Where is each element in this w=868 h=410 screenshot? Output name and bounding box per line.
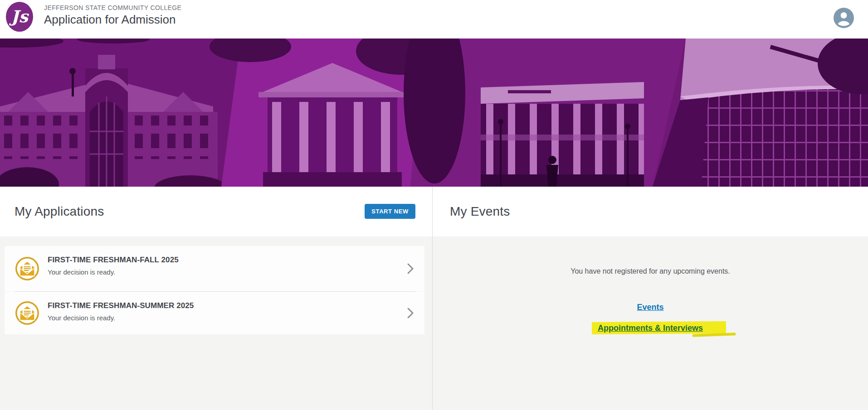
my-applications-section: My Applications START NEW FIRST (0, 187, 432, 410)
applications-heading: My Applications (0, 204, 104, 219)
campus-collage-image (0, 39, 868, 187)
events-header-band: My Events (433, 187, 868, 236)
events-heading: My Events (433, 204, 510, 219)
logo-monogram: Js (9, 7, 29, 26)
application-title: FIRST-TIME FRESHMAN-SUMMER 2025 (48, 301, 424, 310)
application-row-text: FIRST-TIME FRESHMAN-SUMMER 2025 Your dec… (5, 292, 424, 322)
events-link[interactable]: Events (637, 303, 663, 312)
decision-envelope-icon (15, 256, 39, 281)
application-row-text: FIRST-TIME FRESHMAN-FALL 2025 Your decis… (5, 246, 424, 276)
chevron-right-icon (407, 307, 414, 319)
account-menu-button[interactable] (834, 8, 854, 28)
chevron-right-icon (407, 263, 414, 275)
applications-list: FIRST-TIME FRESHMAN-FALL 2025 Your decis… (5, 246, 424, 334)
appointments-link-row: Appointments & Interviews (433, 323, 868, 333)
column-divider (432, 187, 433, 410)
account-avatar-icon (834, 8, 854, 28)
my-events-section: My Events You have not registered for an… (433, 187, 868, 410)
application-row-summer-2025[interactable]: FIRST-TIME FRESHMAN-SUMMER 2025 Your dec… (5, 292, 424, 334)
application-title: FIRST-TIME FRESHMAN-FALL 2025 (48, 256, 424, 265)
page-title: Application for Admission (44, 13, 181, 27)
applications-header-band: My Applications START NEW (0, 187, 432, 236)
events-empty-message: You have not registered for any upcoming… (433, 267, 868, 275)
decision-envelope-icon (15, 301, 39, 325)
application-status: Your decision is ready. (48, 314, 424, 322)
school-name: JEFFERSON STATE COMMUNITY COLLEGE (44, 4, 181, 11)
campus-hero-banner (0, 39, 868, 187)
application-status: Your decision is ready. (48, 268, 424, 276)
school-logo: Js (5, 1, 34, 32)
dashboard-content: My Applications START NEW FIRST (0, 187, 868, 410)
start-new-button[interactable]: START NEW (365, 204, 415, 219)
appointments-interviews-link[interactable]: Appointments & Interviews (598, 323, 703, 333)
highlight-annotation-wrap: Appointments & Interviews (598, 323, 703, 333)
events-body: You have not registered for any upcoming… (433, 236, 868, 333)
app-header: Js JEFFERSON STATE COMMUNITY COLLEGE App… (0, 0, 868, 39)
application-row-fall-2025[interactable]: FIRST-TIME FRESHMAN-FALL 2025 Your decis… (5, 246, 424, 291)
header-titles: JEFFERSON STATE COMMUNITY COLLEGE Applic… (44, 4, 181, 27)
admissions-portal-page: Js JEFFERSON STATE COMMUNITY COLLEGE App… (0, 0, 868, 410)
events-link-row: Events (433, 303, 868, 312)
